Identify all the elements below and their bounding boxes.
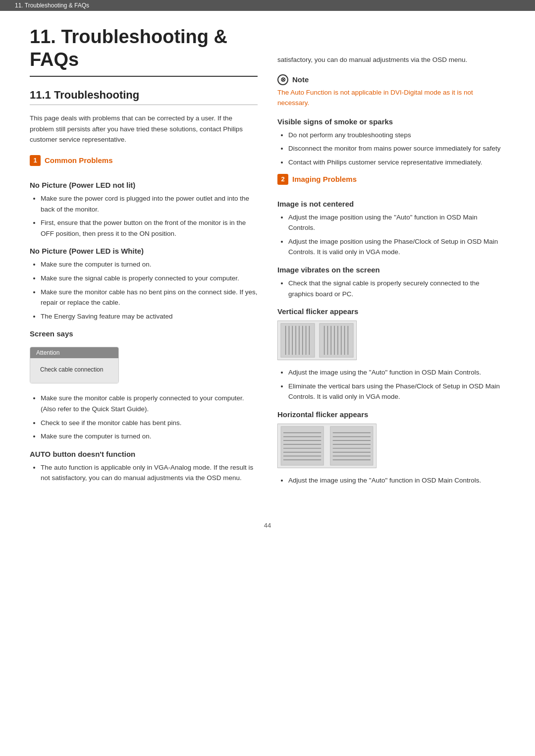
list-item: Adjust the image position using the Phas…: [288, 236, 505, 258]
note-box: ⊗ Note The Auto Function is not applicab…: [277, 74, 505, 108]
list-item: Adjust the image using the "Auto" functi…: [288, 367, 505, 378]
subsection-auto-button: AUTO button doesn't function: [30, 450, 258, 458]
subsection-screen-says: Screen says: [30, 329, 258, 338]
list-item: Eliminate the vertical bars using the Ph…: [288, 381, 505, 402]
vertical-flicker-image: [277, 321, 357, 360]
list-item: Make sure the computer is turned on.: [41, 431, 258, 442]
horizontal-flicker-image: [277, 424, 376, 468]
list-item: Contact with Philips customer service re…: [288, 157, 505, 168]
subsection-no-picture-led-white: No Picture (Power LED is White): [30, 247, 258, 255]
bullets-no-picture-led-not-lit: Make sure the power cord is plugged into…: [30, 193, 258, 239]
list-item: Disconnect the monitor from mains power …: [288, 143, 505, 154]
page-number: 44: [0, 512, 535, 544]
section1-badge-number: 1: [30, 155, 41, 166]
subsection-vertical-flicker: Vertical flicker appears: [277, 307, 505, 316]
bullets-vertical-flicker: Adjust the image using the "Auto" functi…: [277, 367, 505, 402]
bullets-horizontal-flicker: Adjust the image using the "Auto" functi…: [277, 475, 505, 486]
list-item: Adjust the image position using the "Aut…: [288, 212, 505, 233]
list-item: Adjust the image using the "Auto" functi…: [288, 475, 505, 486]
left-column: 11. Troubleshooting & FAQs 11.1 Troubles…: [30, 26, 258, 492]
list-item: First, ensure that the power button on t…: [41, 217, 258, 239]
bullets-image-vibrates: Check that the signal cable is properly …: [277, 278, 505, 299]
section1-badge-label: Common Problems: [45, 156, 113, 164]
note-icon: ⊗: [277, 74, 288, 85]
bullets-image-not-centered: Adjust the image position using the "Aut…: [277, 212, 505, 258]
list-item: The auto function is applicable only in …: [41, 462, 258, 484]
breadcrumb-text: 11. Troubleshooting & FAQs: [15, 2, 89, 9]
section2-badge-label: Imaging Problems: [292, 175, 357, 183]
chapter-title: 11. Troubleshooting & FAQs: [30, 26, 258, 77]
bullets-auto-button: The auto function is applicable only in …: [30, 462, 258, 484]
note-label: Note: [292, 75, 309, 84]
screen-says-header: Attention: [30, 347, 118, 358]
section-title: 11.1 Troubleshooting: [30, 89, 258, 105]
auto-continuation: satisfactory, you can do manual adjustme…: [277, 54, 505, 65]
screen-says-body: Check cable connection: [30, 358, 118, 383]
page-container: 11. Troubleshooting & FAQs 11. Troublesh…: [0, 0, 535, 756]
list-item: Make sure the computer is turned on.: [41, 259, 258, 270]
content-area: 11. Troubleshooting & FAQs 11.1 Troubles…: [0, 11, 535, 512]
subsection-image-vibrates: Image vibrates on the screen: [277, 266, 505, 274]
section2-badge: 2 Imaging Problems: [277, 174, 357, 185]
intro-text: This page deals with problems that can b…: [30, 113, 258, 145]
screen-says-box: Attention Check cable connection: [30, 347, 119, 383]
list-item: Do not perform any troubleshooting steps: [288, 130, 505, 141]
right-column: satisfactory, you can do manual adjustme…: [277, 26, 505, 492]
subsection-image-not-centered: Image is not centered: [277, 200, 505, 208]
subsection-horizontal-flicker: Horizontal flicker appears: [277, 410, 505, 419]
bullets-visible-signs: Do not perform any troubleshooting steps…: [277, 130, 505, 168]
svg-rect-21: [330, 427, 373, 465]
note-text: The Auto Function is not applicable in D…: [277, 87, 505, 108]
breadcrumb: 11. Troubleshooting & FAQs: [0, 0, 535, 11]
list-item: Make sure the power cord is plugged into…: [41, 193, 258, 215]
list-item: Make sure the monitor cable is properly …: [41, 393, 258, 414]
subsection-visible-signs: Visible signs of smoke or sparks: [277, 117, 505, 126]
list-item: Make sure the monitor cable has no bent …: [41, 287, 258, 308]
section2-badge-number: 2: [277, 174, 288, 185]
svg-rect-20: [281, 427, 323, 465]
subsection-no-picture-led-not-lit: No Picture (Power LED not lit): [30, 181, 258, 189]
list-item: Check to see if the monitor cable has be…: [41, 418, 258, 429]
list-item: Check that the signal cable is properly …: [288, 278, 505, 299]
note-header: ⊗ Note: [277, 74, 505, 85]
section1-badge: 1 Common Problems: [30, 155, 113, 166]
bullets-screen-says: Make sure the monitor cable is properly …: [30, 393, 258, 441]
list-item: Make sure the signal cable is properly c…: [41, 273, 258, 284]
list-item: The Energy Saving feature may be activat…: [41, 311, 258, 322]
bullets-no-picture-led-white: Make sure the computer is turned on. Mak…: [30, 259, 258, 322]
